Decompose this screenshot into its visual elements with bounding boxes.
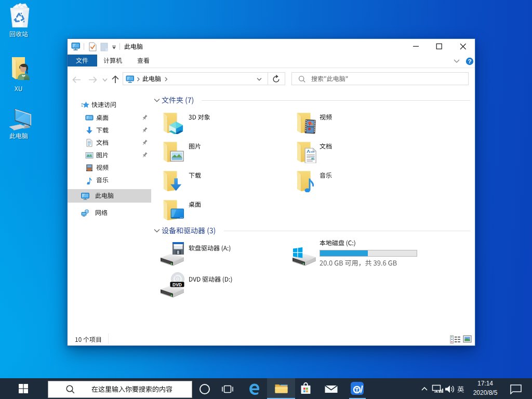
svg-text:?: ? bbox=[468, 58, 471, 64]
svg-text:DVD: DVD bbox=[172, 282, 182, 287]
